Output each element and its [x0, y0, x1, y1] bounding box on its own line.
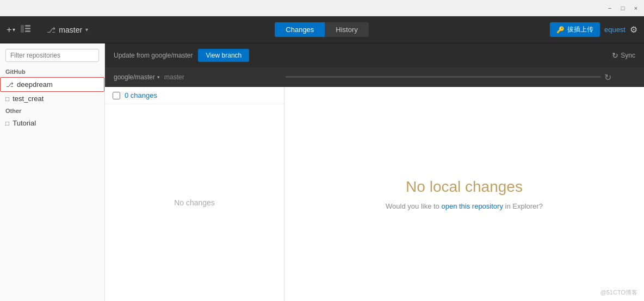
branch-selector[interactable]: ⎇ master ▾: [41, 23, 94, 36]
sync-button[interactable]: ↻ Sync: [612, 51, 635, 60]
computer-icon: □: [5, 95, 9, 103]
no-changes-subtitle: Would you like to open this repository i…: [386, 202, 543, 210]
window-controls: − □ ×: [606, 4, 640, 12]
loading-icon: ↻: [604, 72, 611, 82]
repo-name-label: Tutorial: [13, 119, 36, 127]
repo-topbar: Update from google/master View branch ↻ …: [105, 43, 644, 67]
repo-item-tutorial[interactable]: □ Tutorial: [0, 116, 104, 130]
branch-path-selector[interactable]: google/master ▾: [114, 73, 160, 81]
branch-icon: ⎇: [47, 26, 55, 34]
watermark: @51CTO博客: [600, 289, 637, 297]
sidebar: GitHub ⎇ deepdream □ test_creat Other □ …: [0, 43, 105, 301]
no-changes-list-label: No changes: [105, 104, 284, 301]
branch-name-label: master: [59, 26, 82, 34]
tab-group: Changes History: [98, 22, 546, 37]
title-bar: − □ ×: [0, 0, 644, 16]
changes-list: 0 changes No changes: [105, 87, 284, 301]
sync-icon: ↻: [612, 51, 618, 60]
add-caret-icon: ▾: [13, 27, 15, 33]
app-container: + ▾ ⎇ master ▾ Changes History: [0, 16, 644, 301]
branch-path-label: google/master: [114, 73, 155, 81]
sidebar-toggle-button[interactable]: [18, 25, 33, 35]
toolbar: + ▾ ⎇ master ▾ Changes History: [0, 16, 644, 43]
add-icon: +: [7, 25, 11, 35]
svg-rect-0: [21, 25, 24, 33]
other-section-header: Other: [0, 105, 104, 116]
svg-rect-2: [25, 28, 30, 29]
key-icon: 🔑: [556, 26, 565, 34]
minimize-button[interactable]: −: [606, 4, 614, 12]
sync-label: Sync: [621, 52, 635, 59]
maximize-button[interactable]: □: [619, 4, 627, 12]
github-section-header: GitHub: [0, 66, 104, 77]
sub-after-text: in Explorer?: [505, 202, 543, 210]
publish-button[interactable]: 🔑 拔插上传: [550, 22, 600, 37]
repo-item-deepdream[interactable]: ⎇ deepdream: [0, 77, 104, 92]
repo-name-label: test_creat: [13, 95, 44, 103]
filter-input[interactable]: [5, 49, 99, 62]
branch-caret-icon: ▾: [85, 27, 88, 33]
svg-rect-1: [25, 25, 30, 27]
open-explorer-link[interactable]: open this repository: [441, 202, 503, 210]
branch-progress: ↻: [286, 72, 611, 82]
update-button[interactable]: Update from google/master: [114, 52, 193, 59]
changes-header: 0 changes: [105, 87, 284, 104]
toolbar-right: 🔑 拔插上传 equest ⚙: [550, 22, 637, 37]
view-branch-button[interactable]: View branch: [198, 49, 249, 62]
changes-panel: 0 changes No changes No local changes Wo…: [105, 87, 644, 301]
pull-request-link[interactable]: equest: [604, 26, 626, 34]
branch-path-caret-icon: ▾: [157, 74, 160, 80]
topbar-right: ↻ Sync: [612, 51, 635, 60]
computer-icon: □: [5, 120, 9, 127]
branch-bar: google/master ▾ master ↻: [105, 67, 644, 87]
close-button[interactable]: ×: [632, 4, 640, 12]
select-all-checkbox[interactable]: [113, 92, 120, 99]
changes-tab[interactable]: Changes: [275, 22, 325, 37]
publish-label: 拔插上传: [567, 25, 593, 34]
settings-button[interactable]: ⚙: [630, 24, 637, 35]
changes-count: 0 changes: [125, 91, 157, 99]
history-tab[interactable]: History: [325, 22, 368, 37]
main-body: GitHub ⎇ deepdream □ test_creat Other □ …: [0, 43, 644, 301]
content-area: Update from google/master View branch ↻ …: [105, 43, 644, 301]
svg-rect-3: [25, 30, 30, 32]
add-button[interactable]: + ▾: [7, 25, 15, 35]
no-changes-title: No local changes: [406, 178, 523, 196]
branch-icon: ⎇: [6, 81, 14, 89]
toolbar-left: + ▾: [7, 25, 33, 35]
sub-before-text: Would you like to: [386, 202, 441, 210]
detail-panel: No local changes Would you like to open …: [284, 87, 644, 301]
repo-name-label: deepdream: [17, 80, 53, 89]
branch-sub-label: master: [164, 73, 184, 81]
repo-item-test-creat[interactable]: □ test_creat: [0, 92, 104, 105]
